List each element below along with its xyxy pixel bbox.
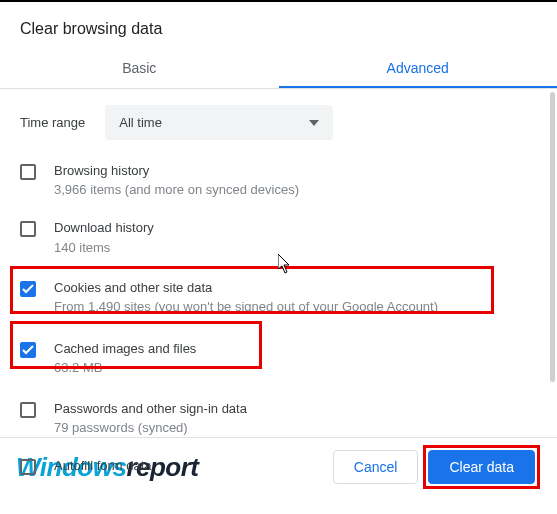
list-item[interactable]: Cached images and files 63.2 MB: [20, 328, 527, 389]
item-sub: 140 items: [54, 239, 527, 257]
tab-basic[interactable]: Basic: [0, 52, 279, 88]
item-title: Cached images and files: [54, 340, 527, 358]
time-range-value: All time: [119, 115, 162, 130]
scrollbar-thumb[interactable]: [550, 92, 555, 382]
item-sub: 79 passwords (synced): [54, 419, 527, 437]
dialog-title: Clear browsing data: [0, 2, 557, 52]
content-scroll: Time range All time Browsing history 3,9…: [0, 89, 557, 437]
time-range-label: Time range: [20, 115, 85, 130]
checkbox-cached[interactable]: [20, 342, 36, 358]
item-title: Cookies and other site data: [54, 279, 527, 297]
checkbox-cookies[interactable]: [20, 281, 36, 297]
item-sub: 63.2 MB: [54, 359, 527, 377]
list-item[interactable]: Download history 140 items: [20, 209, 527, 266]
checkbox-passwords[interactable]: [20, 402, 36, 418]
checkbox-download-history[interactable]: [20, 221, 36, 237]
time-range-select[interactable]: All time: [105, 105, 333, 140]
item-title: Browsing history: [54, 162, 527, 180]
checkbox-autofill[interactable]: [20, 459, 36, 475]
item-title: Download history: [54, 219, 527, 237]
clear-data-button[interactable]: Clear data: [428, 450, 535, 484]
checkbox-browsing-history[interactable]: [20, 164, 36, 180]
list-item[interactable]: Cookies and other site data From 1,490 s…: [20, 267, 527, 328]
tab-bar: Basic Advanced: [0, 52, 557, 88]
list-item[interactable]: Browsing history 3,966 items (and more o…: [20, 152, 527, 209]
tab-advanced[interactable]: Advanced: [279, 52, 558, 88]
item-sub: 3,966 items (and more on synced devices): [54, 181, 527, 199]
chevron-down-icon: [309, 120, 319, 126]
item-title: Passwords and other sign-in data: [54, 400, 527, 418]
list-item[interactable]: Passwords and other sign-in data 79 pass…: [20, 390, 527, 447]
item-sub: From 1,490 sites (you won't be signed ou…: [54, 298, 527, 316]
